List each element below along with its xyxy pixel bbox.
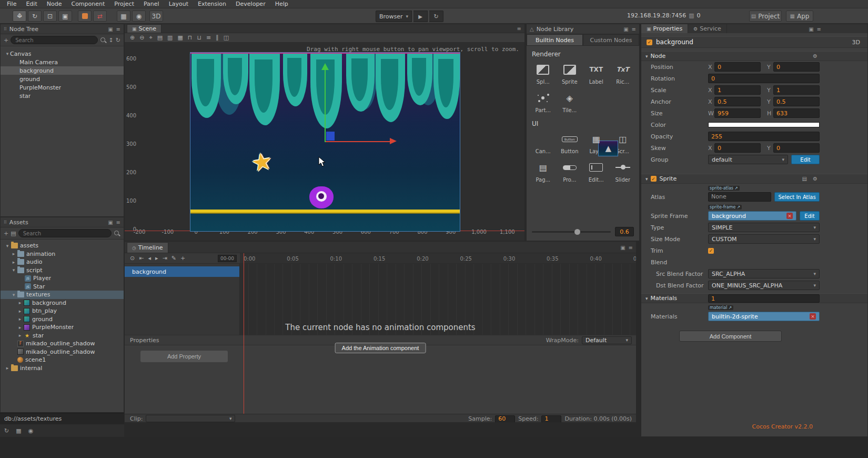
asset-scene1[interactable]: scene1 (1, 356, 124, 364)
preview-eye-icon[interactable]: ◉ (28, 427, 34, 434)
expand-arrow-icon[interactable]: ▸ (17, 308, 23, 314)
position-x-input[interactable] (714, 62, 761, 72)
preview-target-select[interactable]: Browser ▾ (376, 11, 412, 22)
dock-icon[interactable]: ▣ (623, 26, 628, 32)
node-search-input[interactable] (11, 36, 97, 44)
library-node-item[interactable]: Slider (610, 160, 635, 183)
dst-blend-select[interactable]: ONE_MINUS_SRC_ALPHA ▾ (708, 281, 820, 290)
rotation-input[interactable] (708, 74, 820, 83)
add-animation-component-button[interactable]: Add the Animation component (335, 343, 426, 353)
expand-arrow-icon[interactable]: ▾ (5, 243, 10, 248)
gizmo-origin-handle[interactable] (326, 132, 335, 141)
panel-menu-icon[interactable]: ≡ (517, 26, 521, 32)
pivot-mode-button[interactable] (78, 11, 92, 22)
timeline-playhead[interactable] (244, 253, 244, 414)
expand-arrow-icon[interactable]: ▾ (11, 292, 16, 297)
tab-custom-nodes[interactable]: Custom Nodes (583, 34, 639, 46)
sprite-atlas-tag[interactable]: sprite-atlas↗ (708, 186, 740, 191)
library-node-item[interactable]: Spl... (530, 62, 556, 85)
asset-texture-ground[interactable]: ▸ground (1, 315, 124, 324)
anchor-x-input[interactable] (714, 97, 761, 106)
tree-node[interactable]: star (1, 92, 124, 100)
dock-icon[interactable]: ▣ (809, 26, 813, 32)
doc-icon[interactable]: ▤ (802, 176, 807, 182)
node-section-header[interactable]: ▾ Node ⚙ (641, 51, 867, 61)
collapse-arrow-icon[interactable]: ▾ (645, 176, 648, 182)
panel-menu-icon[interactable]: ≡ (629, 245, 633, 251)
asset-folder-animation[interactable]: ▸animation (1, 250, 124, 258)
scene-viewport[interactable]: Drag with right mouse button to pan view… (125, 43, 524, 241)
sample-input[interactable] (495, 415, 515, 423)
sort-icon[interactable]: ↕ (109, 37, 114, 44)
materials-section-header[interactable]: ▾ Materials (641, 293, 867, 303)
expand-arrow-icon[interactable]: ▸ (11, 251, 16, 256)
frame-edit-button[interactable]: Edit (800, 211, 820, 221)
open-app-button[interactable]: ▦ App (786, 11, 813, 22)
skew-y-input[interactable] (773, 143, 820, 153)
create-node-icon[interactable]: + (4, 37, 8, 44)
panel-menu-icon[interactable]: ≡ (116, 26, 120, 32)
src-blend-select[interactable]: SRC_ALPHA ▾ (708, 269, 820, 278)
expand-arrow-icon[interactable]: ▸ (11, 260, 16, 265)
sprite-frame-value[interactable]: background × (708, 211, 796, 221)
group-edit-button[interactable]: Edit (791, 155, 820, 164)
panel-menu-icon[interactable]: ≡ (817, 26, 821, 32)
asset-folder-audio[interactable]: ▸audio (1, 258, 124, 266)
sprite-section-header[interactable]: ▾ ✓ Sprite ▤ ⚙ (641, 174, 867, 184)
asset-folder-textures[interactable]: ▾textures (1, 291, 124, 299)
menu-item[interactable]: Help (270, 1, 293, 7)
tree-node[interactable]: background (1, 66, 124, 75)
search-icon[interactable] (100, 37, 107, 44)
move-tool-button[interactable] (13, 11, 26, 22)
library-node-item[interactable]: Part... (530, 90, 556, 113)
expand-arrow-icon[interactable]: ▸ (17, 333, 23, 338)
asset-script-star[interactable]: Star (1, 283, 124, 291)
tab-service[interactable]: ⚙ Service (688, 24, 727, 33)
speed-input[interactable] (541, 415, 561, 423)
timeline-ruler[interactable]: 0:000:050:100:150:200:250:300:350:400:45 (240, 253, 637, 264)
expand-arrow-icon[interactable]: ▾ (5, 51, 10, 56)
edit-curve-icon[interactable]: ✎ (171, 255, 176, 262)
material-tag[interactable]: material↗ (708, 305, 733, 310)
size-mode-select[interactable]: CUSTOM ▾ (708, 234, 820, 244)
transform-space-button[interactable] (93, 11, 107, 22)
play-preview-button[interactable]: ▶ (413, 11, 428, 22)
layout-view-icon[interactable]: ▦ (16, 427, 21, 434)
refresh-icon[interactable]: ↻ (116, 37, 120, 44)
asset-texture-star[interactable]: ▸★star (1, 332, 124, 340)
play-icon[interactable]: ▸ (155, 255, 158, 262)
align-bottom-icon[interactable]: ⊓ (188, 34, 193, 41)
asset-texture-btn-play[interactable]: ▸btn_play (1, 307, 124, 315)
gizmo-y-arrow-icon[interactable] (321, 63, 329, 70)
library-node-item[interactable]: Button Button (557, 131, 582, 154)
track-row-background[interactable]: background (125, 266, 239, 277)
view-3d-toggle-button[interactable]: 3D (149, 11, 163, 22)
gear-icon[interactable]: ⚙ (813, 176, 817, 182)
asset-font-mikado[interactable]: mikado_outline_shadow (1, 340, 124, 348)
library-node-item[interactable]: Edit... (583, 160, 609, 183)
menu-item[interactable]: Edit (21, 1, 42, 7)
library-node-item[interactable]: TxT Ric... (610, 62, 635, 85)
align-right-icon[interactable]: ⊔ (197, 34, 201, 41)
rect-tool-button[interactable] (58, 11, 72, 22)
expand-arrow-icon[interactable]: ▾ (11, 267, 16, 273)
expand-arrow-icon[interactable]: ▸ (17, 316, 23, 322)
clear-icon[interactable]: × (786, 213, 793, 219)
tab-builtin-nodes[interactable]: Builtin Nodes (527, 34, 583, 46)
gizmo-x-axis[interactable] (326, 141, 390, 142)
zoom-in-icon[interactable]: ⊕ (130, 34, 135, 41)
rotate-tool-button[interactable] (28, 11, 42, 22)
jump-start-icon[interactable]: ⇤ (139, 255, 144, 262)
align-left-icon[interactable]: ▥ (167, 34, 173, 41)
size-h-input[interactable] (773, 108, 820, 118)
panel-menu-icon[interactable]: ≡ (632, 26, 636, 32)
asset-image-mikado[interactable]: mikado_outline_shadow (1, 348, 124, 356)
wrapmode-select[interactable]: Default ▾ (582, 336, 632, 344)
asset-folder-assets[interactable]: ▾assets (1, 242, 124, 250)
library-node-item[interactable]: ▲ Can... (530, 131, 556, 154)
expand-arrow-icon[interactable]: ▸ (17, 325, 23, 330)
library-node-item[interactable]: ◈ Tile... (557, 90, 582, 113)
align-top-icon[interactable]: ▤ (157, 34, 163, 41)
collapse-arrow-icon[interactable]: ▾ (645, 54, 648, 59)
add-property-button[interactable]: Add Property (140, 351, 228, 362)
